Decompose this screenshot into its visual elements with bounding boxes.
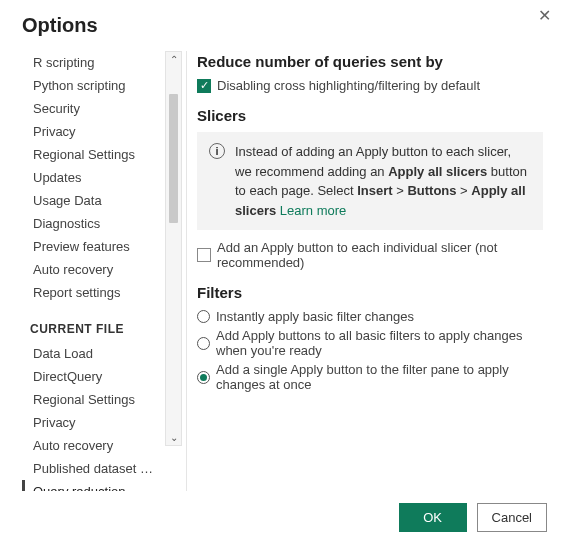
sidebar-item[interactable]: R scripting [22, 51, 161, 74]
sidebar-item[interactable]: Auto recovery [22, 434, 161, 457]
disable-cross-label: Disabling cross highlighting/filtering b… [217, 78, 480, 93]
checkbox-checked-icon[interactable]: ✓ [197, 79, 211, 93]
learn-more-link[interactable]: Learn more [280, 203, 346, 218]
close-icon[interactable]: ✕ [538, 8, 551, 24]
filter-option-label: Instantly apply basic filter changes [216, 309, 414, 324]
options-dialog: ✕ Options R scriptingPython scriptingSec… [0, 0, 565, 542]
chevron-up-icon[interactable]: ⌃ [170, 54, 178, 65]
filters-section-title: Filters [197, 284, 543, 301]
sidebar-item[interactable]: Regional Settings [22, 143, 161, 166]
filter-option-label: Add Apply buttons to all basic filters t… [216, 328, 543, 358]
dialog-body: R scriptingPython scriptingSecurityPriva… [22, 51, 547, 491]
reduce-section-title: Reduce number of queries sent by [197, 53, 543, 70]
filter-option[interactable]: Add Apply buttons to all basic filters t… [197, 328, 543, 358]
info-text: Instead of adding an Apply button to eac… [235, 142, 531, 220]
sidebar-item[interactable]: Privacy [22, 411, 161, 434]
sidebar-item[interactable]: Query reduction [22, 480, 161, 491]
disable-cross-row[interactable]: ✓ Disabling cross highlighting/filtering… [197, 78, 543, 93]
scrollbar-thumb[interactable] [169, 94, 178, 222]
sidebar-item[interactable]: Python scripting [22, 74, 161, 97]
info-icon: i [209, 143, 225, 159]
sidebar-item[interactable]: DirectQuery [22, 365, 161, 388]
checkbox-unchecked-icon[interactable] [197, 248, 211, 262]
sidebar-item[interactable]: Updates [22, 166, 161, 189]
sidebar-list: R scriptingPython scriptingSecurityPriva… [22, 51, 165, 491]
sidebar-item[interactable]: Diagnostics [22, 212, 161, 235]
sidebar-section-header: CURRENT FILE [22, 304, 161, 342]
radio-icon[interactable] [197, 310, 210, 323]
content-pane: Reduce number of queries sent by ✓ Disab… [197, 51, 547, 491]
sidebar-item[interactable]: Security [22, 97, 161, 120]
sidebar-item[interactable]: Report settings [22, 281, 161, 304]
slicers-section-title: Slicers [197, 107, 543, 124]
sidebar-item[interactable]: Privacy [22, 120, 161, 143]
filter-option[interactable]: Instantly apply basic filter changes [197, 309, 543, 324]
filter-option[interactable]: Add a single Apply button to the filter … [197, 362, 543, 392]
slicer-checkbox-label: Add an Apply button to each individual s… [217, 240, 543, 270]
sidebar: R scriptingPython scriptingSecurityPriva… [22, 51, 182, 491]
filter-option-label: Add a single Apply button to the filter … [216, 362, 543, 392]
dialog-title: Options [22, 14, 547, 37]
sidebar-item[interactable]: Preview features [22, 235, 161, 258]
radio-icon[interactable] [197, 337, 210, 350]
cancel-button[interactable]: Cancel [477, 503, 547, 532]
sidebar-item[interactable]: Usage Data [22, 189, 161, 212]
slicer-apply-row[interactable]: Add an Apply button to each individual s… [197, 240, 543, 270]
dialog-footer: OK Cancel [22, 491, 547, 532]
sidebar-item[interactable]: Auto recovery [22, 258, 161, 281]
sidebar-item[interactable]: Published dataset set... [22, 457, 161, 480]
sidebar-item[interactable]: Regional Settings [22, 388, 161, 411]
ok-button[interactable]: OK [399, 503, 467, 532]
chevron-down-icon[interactable]: ⌄ [170, 432, 178, 443]
radio-checked-icon[interactable] [197, 371, 210, 384]
vertical-divider [186, 51, 187, 491]
info-box: i Instead of adding an Apply button to e… [197, 132, 543, 230]
sidebar-item[interactable]: Data Load [22, 342, 161, 365]
scrollbar-track[interactable] [166, 65, 181, 432]
sidebar-scrollbar[interactable]: ⌃ ⌄ [165, 51, 182, 446]
